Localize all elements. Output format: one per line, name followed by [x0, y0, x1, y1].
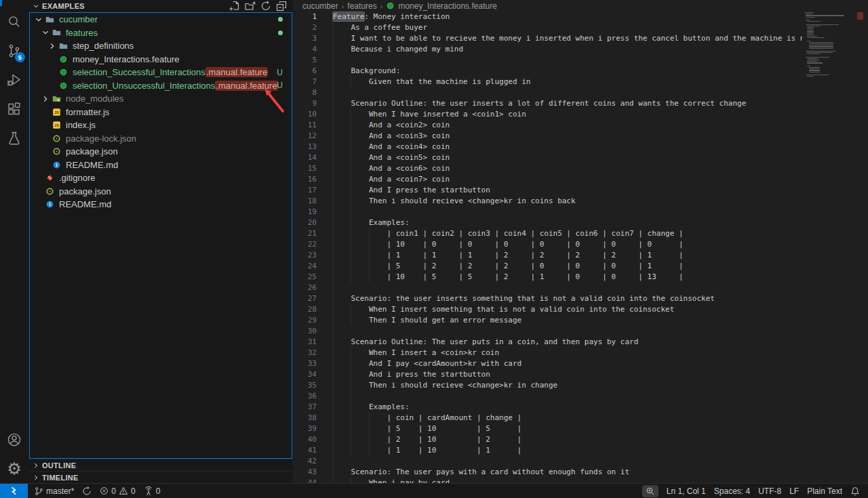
code-line[interactable]: 44 When i pay by card — [293, 478, 868, 483]
code-line[interactable]: 10 When I have inserted a <coin1> coin — [293, 109, 868, 120]
tree-item-label: package-lock.json — [66, 133, 136, 144]
tree-item-package-lock-json[interactable]: package-lock.json — [30, 132, 292, 146]
settings-gear-icon[interactable]: ⚙ — [0, 454, 28, 483]
breadcrumb-folder[interactable]: features — [347, 1, 376, 11]
tree-item-features[interactable]: features — [30, 26, 292, 40]
code-line[interactable]: 34 And i press the startbutton — [293, 369, 868, 380]
code-line[interactable]: 28 When I insert something that is not a… — [293, 304, 868, 315]
problems-status[interactable]: 0 0 — [96, 484, 139, 498]
extensions-icon[interactable] — [0, 94, 28, 123]
code-line[interactable]: 37 Examples: — [293, 402, 868, 413]
code-line[interactable]: 26 — [293, 283, 868, 293]
git-branch-icon — [35, 486, 43, 496]
tree-item-money-interactions-feature[interactable]: money_Interactions.feature — [30, 53, 292, 66]
code-line[interactable]: 38 | coin | cardAmount | change | — [293, 413, 868, 423]
code-line[interactable]: 33 And I pay <cardAmount>kr with card — [293, 358, 868, 369]
code-line[interactable]: 4 Because i changed my mind — [293, 44, 868, 55]
code-line[interactable]: 6 Background: — [293, 66, 868, 77]
tree-item-node-modules[interactable]: node_modules — [30, 92, 292, 106]
code-line[interactable]: 35 Then i should recieve <change>kr in c… — [293, 380, 868, 391]
code-line[interactable]: 2 As a coffee buyer — [293, 22, 868, 33]
accounts-icon[interactable] — [0, 425, 28, 454]
encoding-status[interactable]: UTF-8 — [754, 484, 785, 498]
zoom-status-button[interactable] — [638, 484, 663, 498]
refresh-icon[interactable] — [260, 0, 272, 12]
code-line[interactable]: 19 — [293, 207, 868, 217]
tree-item-package-json[interactable]: package.json — [30, 145, 292, 159]
explorer-section-header[interactable]: EXAMPLES — [28, 0, 293, 12]
breadcrumb-file[interactable]: money_Interactions.feature — [398, 1, 496, 11]
eol-status[interactable]: LF — [785, 484, 803, 498]
code-line[interactable]: 40 | 2 | 10 | 2 | — [293, 434, 868, 445]
tree-item-selection-unsuccessful-interactions[interactable]: selection_Unsuccessful_Interactions.manu… — [30, 79, 292, 93]
tree-item-readme-md[interactable]: iREADME.md — [30, 159, 292, 172]
indent-guide — [333, 33, 334, 44]
code-line[interactable]: 39 | 5 | 10 | 5 | — [293, 423, 868, 434]
code-line[interactable]: 22 | 10 | 0 | 0 | 0 | 0 | 0 | 0 | 0 | — [293, 239, 868, 250]
code-line[interactable]: 36 — [293, 391, 868, 402]
code-line[interactable]: 25 | 10 | 5 | 5 | 2 | 1 | 0 | 0 | 13 | — [293, 272, 868, 283]
code-line[interactable]: 11 And a <coin2> coin — [293, 120, 868, 131]
code-editor[interactable]: 1Feature: Money interaction2 As a coffee… — [293, 12, 868, 483]
timeline-section-header[interactable]: TIMELINE — [28, 471, 293, 483]
code-line[interactable]: 14 And a <coin5> coin — [293, 152, 868, 163]
code-line[interactable]: 32 When I insert a <coin>kr coin — [293, 348, 868, 358]
indent-guide — [351, 228, 351, 239]
code-line[interactable]: 18 Then i should recieve <change>kr in c… — [293, 196, 868, 207]
sync-changes-button[interactable] — [78, 484, 96, 498]
code-line[interactable]: 24 | 5 | 2 | 2 | 2 | 0 | 0 | 0 | 1 | — [293, 261, 868, 272]
collapse-all-button[interactable] — [275, 0, 288, 12]
git-branch-status[interactable]: master* — [31, 484, 78, 498]
ports-status[interactable]: 0 — [140, 484, 165, 498]
search-icon[interactable] — [0, 7, 28, 36]
code-line[interactable]: 31 Scenario Outline: The user puts in a … — [293, 337, 868, 348]
line-number: 23 — [293, 250, 317, 261]
code-line[interactable]: 9 Scenario Outline: the user inserts a l… — [293, 98, 868, 109]
cursor-position-status[interactable]: Ln 1, Col 1 — [663, 484, 710, 498]
workspace-title: EXAMPLES — [42, 2, 229, 10]
code-line[interactable]: 3 I want to be able to recieve the money… — [293, 33, 868, 44]
notifications-bell-icon[interactable] — [846, 484, 864, 498]
tree-item-readme-md[interactable]: iREADME.md — [30, 198, 292, 211]
tree-item-index-js[interactable]: JSindex.js — [30, 119, 292, 132]
code-line[interactable]: 27 Scenario: the user inserts something … — [293, 293, 868, 304]
code-line[interactable]: 30 — [293, 326, 868, 337]
code-line[interactable]: 43 Scenario: The user pays with a card w… — [293, 467, 868, 478]
new-folder-button[interactable] — [244, 0, 256, 12]
tree-item-formatter-js[interactable]: JSformatter.js — [30, 106, 292, 119]
line-number: 19 — [293, 207, 317, 217]
code-line[interactable]: 15 And a <coin6> coin — [293, 163, 868, 174]
code-line[interactable]: 29 Then I should get an error message — [293, 315, 868, 326]
indent-guide — [351, 131, 351, 142]
remote-indicator[interactable] — [0, 484, 28, 498]
indent-guide — [351, 445, 351, 456]
minimap[interactable] — [802, 12, 863, 483]
code-line[interactable]: 20 Examples: — [293, 217, 868, 228]
code-line[interactable]: 5 — [293, 55, 868, 66]
code-line[interactable]: 23 | 1 | 1 | 1 | 2 | 2 | 2 | 2 | 1 | — [293, 250, 868, 261]
tree-item-package-json[interactable]: package.json — [30, 185, 292, 199]
tree-item-step-definitions[interactable]: step_definitions — [30, 39, 292, 53]
code-line[interactable]: 1Feature: Money interaction — [293, 12, 868, 22]
code-line[interactable]: 17 And I press the startbutton — [293, 185, 868, 196]
code-line[interactable]: 13 And a <coin4> coin — [293, 142, 868, 152]
testing-icon[interactable] — [0, 123, 28, 152]
indentation-status[interactable]: Spaces: 4 — [710, 484, 754, 498]
breadcrumb-folder[interactable]: cucumber — [302, 1, 338, 11]
run-and-debug-icon[interactable] — [0, 65, 28, 94]
code-line[interactable]: 42 — [293, 456, 868, 467]
code-line[interactable]: 21 | coin1 | coin2 | coin3 | coin4 | coi… — [293, 228, 868, 239]
code-line[interactable]: 12 And a <coin3> coin — [293, 131, 868, 142]
code-line[interactable]: 41 | 1 | 10 | 1 | — [293, 445, 868, 456]
code-line[interactable]: 8 — [293, 87, 868, 98]
new-file-button[interactable] — [229, 0, 241, 12]
language-mode-status[interactable]: Plain Text — [803, 484, 846, 498]
tree-item-cucumber[interactable]: cucumber — [30, 13, 292, 26]
tree-item-selection-successful-interactions[interactable]: selection_Successful_Interactions.manual… — [30, 66, 292, 79]
code-line[interactable]: 7 Given that the machine is plugged in — [293, 77, 868, 87]
source-control-icon[interactable]: 5 — [0, 36, 28, 65]
code-line[interactable]: 16 And a <coin7> coin — [293, 174, 868, 185]
outline-section-header[interactable]: OUTLINE — [28, 459, 293, 471]
indent-guide — [369, 239, 370, 250]
tree-item--gitignore[interactable]: .gitignore — [30, 171, 292, 185]
